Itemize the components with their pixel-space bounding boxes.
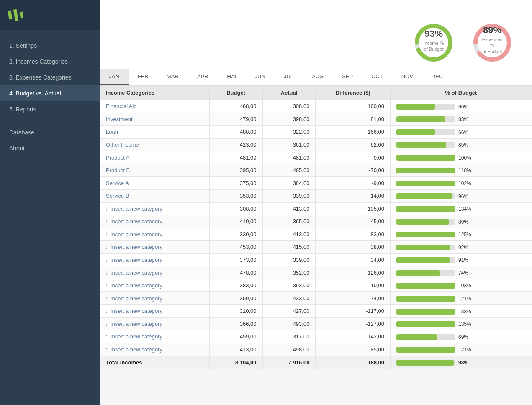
cell-budget: 366,00 [209, 317, 262, 330]
bar-fill [396, 129, 435, 135]
cell-actual: 384,00 [262, 177, 316, 190]
table-row: Service B353,00339,0014,0096% [100, 189, 532, 202]
sidebar-item-budget[interactable]: 4. Budget vs. Actual [0, 85, 100, 101]
cell-budget: 308,00 [209, 202, 262, 215]
tab-month-oct[interactable]: OCT [362, 69, 392, 85]
bar-bg [396, 283, 455, 289]
tab-month-jun[interactable]: JUN [246, 69, 275, 85]
sidebar-item-database[interactable]: Database [0, 124, 100, 140]
cell-budget: 395,00 [209, 164, 262, 177]
cell-budget: 373,00 [209, 253, 262, 266]
tab-month-sep[interactable]: SEP [333, 69, 362, 85]
bar-fill [396, 181, 455, 186]
cell-diff: -127,00 [316, 317, 391, 330]
cell-actual: 317,00 [262, 330, 316, 343]
income-chart-label: Income %of Budget [424, 40, 444, 52]
main-content: 93%Income %of Budget89%Expenses %of Budg… [100, 0, 532, 405]
sidebar-item-about[interactable]: About [0, 140, 100, 156]
cell-diff: 38,00 [316, 241, 391, 254]
table-row: :: Insert a new category310,00427,00-117… [100, 305, 532, 318]
pct-label: 66% [458, 104, 473, 110]
tab-month-mar[interactable]: MAR [157, 69, 188, 85]
cell-diff: 34,00 [316, 253, 391, 266]
cell-category: :: Insert a new category [100, 266, 210, 279]
table-row: :: Insert a new category453,00415,0038,0… [100, 241, 532, 254]
cell-diff: -105,00 [316, 202, 391, 215]
income-chart-container: 93%Income %of Budget [411, 20, 457, 66]
bar-fill [396, 155, 455, 161]
table-row: :: Insert a new category366,00493,00-127… [100, 317, 532, 330]
bar-bg [396, 193, 455, 199]
cell-category: :: Insert a new category [100, 317, 210, 330]
pct-label: 135% [458, 321, 473, 327]
tab-month-apr[interactable]: APR [188, 69, 218, 85]
cell-pct: 135% [391, 317, 532, 330]
bar-fill [396, 193, 452, 199]
cell-pct: 100% [391, 151, 532, 164]
pct-label: 85% [458, 142, 473, 148]
cell-actual: 393,00 [262, 279, 316, 292]
cell-actual: 465,00 [262, 164, 316, 177]
sidebar-logo [0, 0, 100, 30]
pct-label: 118% [458, 168, 473, 173]
totals-actual: 7 916,00 [262, 356, 316, 369]
cell-category: :: Insert a new category [100, 305, 210, 318]
sidebar-item-incomes[interactable]: 2. Incomes Categories [0, 54, 100, 70]
cell-actual: 415,00 [262, 241, 316, 254]
tab-month-aug[interactable]: AUG [303, 69, 333, 85]
tab-month-jul[interactable]: JUL [275, 69, 303, 85]
cell-pct: 74% [391, 266, 532, 279]
pct-label: 96% [458, 193, 473, 199]
col-header-actual: Actual [262, 86, 316, 100]
sidebar: 1. Settings2. Incomes Categories3. Expen… [0, 0, 100, 405]
bar-bg [396, 309, 455, 315]
cell-pct: 125% [391, 228, 532, 241]
tab-month-jan[interactable]: JAN [100, 69, 129, 85]
bar-bg [396, 232, 455, 237]
tab-month-nov[interactable]: NOV [392, 69, 422, 85]
data-table: Income CategoriesBudgetActualDifference … [100, 85, 532, 369]
tab-month-dec[interactable]: DEC [422, 69, 452, 85]
table-row: :: Insert a new category459,00317,00142,… [100, 330, 532, 343]
cell-actual: 308,00 [262, 100, 316, 113]
cell-actual: 493,00 [262, 317, 316, 330]
bar-bg [396, 168, 455, 173]
table-row: Other Income423,00361,0062,0085% [100, 138, 532, 151]
sidebar-item-reports[interactable]: 5. Reports [0, 101, 100, 117]
table-header-row: Income CategoriesBudgetActualDifference … [100, 86, 532, 100]
bar-fill [396, 142, 446, 148]
cell-pct: 138% [391, 305, 532, 318]
cell-budget: 330,00 [209, 228, 262, 241]
cell-category: :: Insert a new category [100, 228, 210, 241]
bar-fill [396, 309, 455, 315]
tab-month-mai[interactable]: MAI [217, 69, 245, 85]
cell-category: :: Insert a new category [100, 292, 210, 305]
pct-label: 121% [458, 296, 473, 302]
income-chart-pct: 93% [424, 28, 444, 39]
sidebar-item-expenses[interactable]: 3. Expenses Categories [0, 70, 100, 85]
content-area: 93%Income %of Budget89%Expenses %of Budg… [100, 12, 532, 405]
cell-pct: 69% [391, 330, 532, 343]
cell-actual: 481,00 [262, 151, 316, 164]
col-header---of-budget: % of Budget [391, 86, 532, 100]
cell-budget: 488,00 [209, 126, 262, 139]
cell-budget: 383,00 [209, 279, 262, 292]
sidebar-item-settings[interactable]: 1. Settings [0, 38, 100, 54]
cell-pct: 102% [391, 177, 532, 190]
cell-actual: 427,00 [262, 305, 316, 318]
cell-pct: 103% [391, 279, 532, 292]
cell-budget: 468,00 [209, 100, 262, 113]
bar-fill [396, 206, 455, 212]
cell-budget: 413,00 [209, 343, 262, 356]
cell-actual: 339,00 [262, 253, 316, 266]
bar-fill [396, 334, 437, 340]
adnia-logo-icon [8, 8, 23, 23]
cell-actual: 339,00 [262, 189, 316, 202]
bar-bg [396, 321, 455, 327]
bar-bg [396, 257, 455, 263]
col-header-income-categories: Income Categories [100, 86, 210, 100]
tab-month-feb[interactable]: FEB [129, 69, 157, 85]
bar-fill [396, 168, 455, 173]
cell-actual: 433,00 [262, 292, 316, 305]
cell-diff: 0,00 [316, 151, 391, 164]
